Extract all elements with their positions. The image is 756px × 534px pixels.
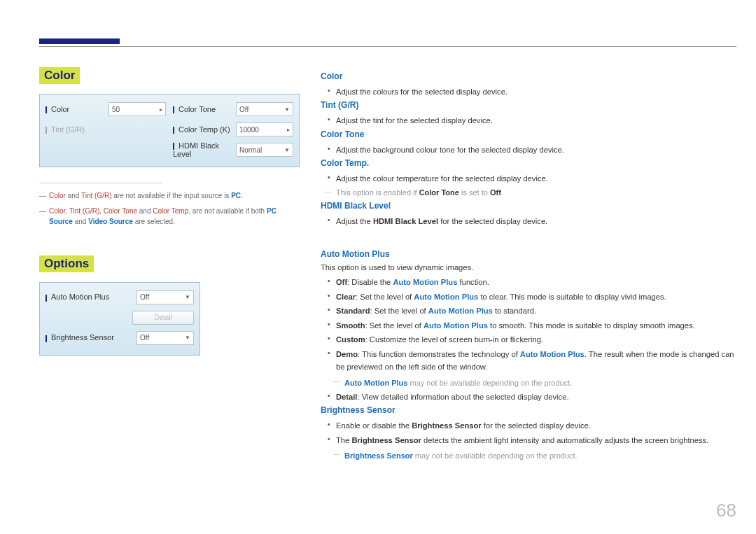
left-column: Color Color 50▸ Tint (G/R) Color Tone Of… — [39, 67, 300, 464]
detail-button[interactable]: Detail — [132, 311, 194, 325]
desc-heading-tint: Tint (G/R) — [321, 100, 736, 110]
desc-intro: This option is used to view dynamic imag… — [321, 263, 736, 272]
desc-text: Adjust the background colour tone for th… — [336, 143, 736, 156]
field-label-brightness-sensor: Brightness Sensor — [46, 333, 136, 342]
footnote-divider — [39, 183, 162, 183]
footnotes-color: ―Color and Tint (G/R) are not available … — [39, 183, 300, 227]
spinner-icon: ▸ — [160, 106, 162, 113]
dropdown-brightness-sensor[interactable]: Off▼ — [136, 331, 194, 345]
desc-note: Brightness Sensor may not be available d… — [336, 449, 736, 462]
chevron-down-icon: ▼ — [185, 335, 190, 341]
field-label-color: Color — [46, 105, 108, 113]
desc-text: Clear: Set the level of Auto Motion Plus… — [336, 290, 736, 303]
spinner-icon: ▸ — [287, 127, 290, 133]
desc-text: Detail: View detailed information about … — [336, 391, 736, 403]
desc-heading-color-tone: Color Tone — [321, 129, 736, 139]
desc-heading-color: Color — [321, 71, 736, 81]
field-value-color-temp-k[interactable]: 10000▸ — [236, 122, 293, 136]
desc-text: Smooth: Set the level of Auto Motion Plu… — [336, 319, 736, 332]
manual-page: Color Color 50▸ Tint (G/R) Color Tone Of… — [0, 0, 756, 534]
desc-text: Adjust the HDMI Black Level for the sele… — [336, 215, 736, 227]
desc-note: This option is enabled if Color Tone is … — [321, 188, 736, 197]
desc-text: The Brightness Sensor detects the ambien… — [336, 434, 736, 463]
desc-text: Adjust the colour temperature for the se… — [336, 172, 736, 185]
desc-text: Adjust the tint for the selected display… — [336, 114, 736, 127]
desc-text: Demo: This function demonstrates the tec… — [336, 348, 736, 389]
desc-note: Auto Motion Plus may not be available de… — [336, 377, 736, 389]
options-settings-panel: Auto Motion Plus Off▼ Detail Brightness … — [39, 282, 200, 356]
field-value-color[interactable]: 50▸ — [108, 102, 166, 116]
field-label-tint: Tint (G/R) — [46, 125, 166, 134]
dropdown-auto-motion-plus[interactable]: Off▼ — [136, 290, 194, 304]
desc-heading-brightness-sensor: Brightness Sensor — [321, 405, 736, 415]
header-accent-bar — [39, 38, 120, 44]
color-settings-panel: Color 50▸ Tint (G/R) Color Tone Off▼ Col… — [39, 94, 300, 167]
header-rule — [39, 46, 736, 47]
dropdown-color-tone[interactable]: Off▼ — [236, 102, 293, 116]
chevron-down-icon: ▼ — [185, 294, 190, 300]
chevron-down-icon: ▼ — [284, 106, 290, 113]
desc-text: Custom: Customize the level of screen bu… — [336, 333, 736, 346]
desc-heading-auto-motion-plus: Auto Motion Plus — [321, 249, 736, 259]
desc-text: Enable or disable the Brightness Sensor … — [336, 419, 736, 432]
field-label-color-temp-k: Color Temp (K) — [173, 125, 236, 134]
chevron-down-icon: ▼ — [284, 147, 290, 153]
right-column: Color Adjust the colours for the selecte… — [321, 67, 736, 464]
page-number: 68 — [716, 500, 736, 521]
section-heading-options: Options — [39, 255, 94, 272]
dropdown-hdmi-black[interactable]: Normal▼ — [236, 143, 293, 157]
field-label-hdmi-black: HDMI Black Level — [173, 141, 236, 158]
field-label-auto-motion-plus: Auto Motion Plus — [46, 293, 136, 301]
field-label-color-tone: Color Tone — [173, 105, 236, 113]
desc-heading-color-temp: Color Temp. — [321, 158, 736, 168]
desc-heading-hdmi-black: HDMI Black Level — [321, 201, 736, 211]
desc-text: Off: Disable the Auto Motion Plus functi… — [336, 276, 736, 288]
section-heading-color: Color — [39, 67, 80, 84]
desc-text: Adjust the colours for the selected disp… — [336, 85, 736, 98]
desc-text: Standard: Set the level of Auto Motion P… — [336, 304, 736, 317]
